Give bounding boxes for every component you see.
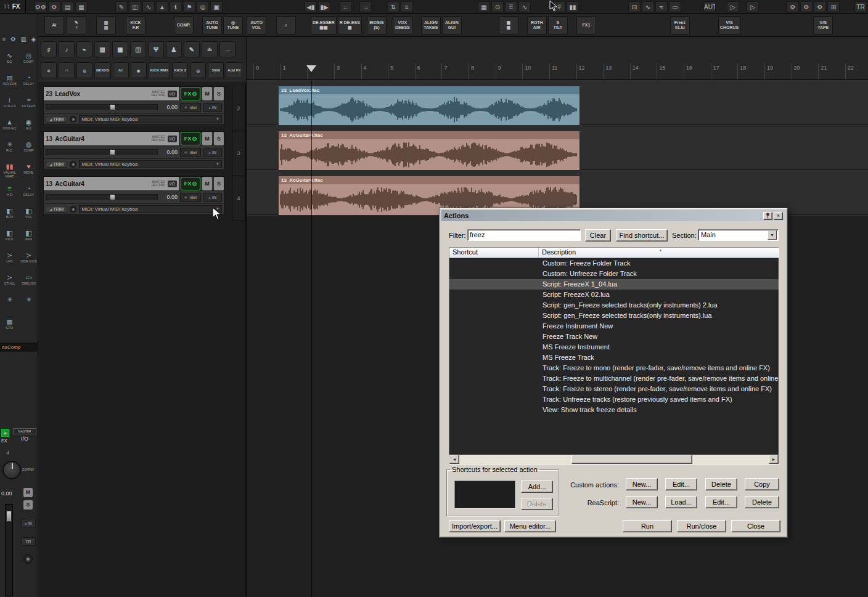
align-gui-button[interactable]: ALIGNGUI xyxy=(442,16,462,35)
AcGuitar4[interactable]: 13 AcGuitar4 MASTERREV SND I/O FX M S xyxy=(43,131,224,170)
plugin-gear-icon-2[interactable]: ⚙ xyxy=(800,1,813,12)
action-row[interactable]: Freeze Track New xyxy=(449,331,779,342)
import-export-button[interactable]: Import/export... xyxy=(449,520,501,532)
midi-input-select[interactable]: MIDI: Virtual MIDI keyboa xyxy=(79,205,222,213)
audio-clip[interactable]: 23_LeadVox.flac xyxy=(279,86,579,125)
mute-button[interactable]: M xyxy=(202,132,212,145)
notes-button[interactable]: ✎≡ xyxy=(67,16,86,35)
redo-icon[interactable]: → xyxy=(359,1,372,12)
vocalist-icon[interactable]: ♟ xyxy=(166,41,182,57)
region-icon[interactable]: ▣ xyxy=(210,1,223,12)
filter-input[interactable]: freez xyxy=(467,229,581,241)
brush-icon[interactable]: ✎ xyxy=(184,41,200,57)
filters-icon[interactable]: ≈ FILTERS xyxy=(19,96,38,111)
pan-icon[interactable]: ◧ PAN xyxy=(19,229,38,244)
volume-thumb[interactable] xyxy=(110,105,115,110)
track-name-bar[interactable]: 23 LeadVox MASTERREV SND I/O xyxy=(44,87,179,100)
io-button[interactable]: I/O xyxy=(168,91,177,97)
envelope-icon[interactable]: ∿ xyxy=(142,1,155,12)
comp-icon[interactable]: ◎ COMP. xyxy=(19,52,38,67)
speaker-icon[interactable]: ◉ xyxy=(131,62,147,78)
go-to-start-icon[interactable]: ◀▮ xyxy=(305,1,317,12)
kick-icon[interactable]: ◧ KICK xyxy=(0,229,19,244)
align-takes-button[interactable]: ALIGNTAKES xyxy=(421,16,441,35)
close-dialog-button[interactable]: Close xyxy=(731,520,780,532)
find-shortcut-button[interactable]: Find shortcut... xyxy=(616,229,668,242)
delay2-icon[interactable]: ◔ DELAY xyxy=(19,185,38,200)
reascript-delete-button[interactable]: Delete xyxy=(745,496,779,508)
input-button[interactable]: IN xyxy=(203,103,222,112)
target-icon[interactable]: ◎ xyxy=(190,62,206,78)
horizontal-scrollbar[interactable]: ◄ ► xyxy=(449,455,779,464)
search-icon[interactable]: ◎ xyxy=(197,1,209,12)
solo-button[interactable]: S xyxy=(214,177,224,190)
io-button[interactable]: I/O xyxy=(168,136,177,142)
item-grid-icon[interactable]: ▦ xyxy=(75,1,88,12)
automation-icon[interactable]: ∿ xyxy=(642,1,654,12)
cthulhu-icon[interactable]: ≻ CTHUL xyxy=(0,274,19,288)
eiosis-button[interactable]: EIOSIS(S) xyxy=(367,16,387,35)
fader-thumb[interactable] xyxy=(6,511,12,522)
io-button[interactable]: I/O xyxy=(168,181,177,187)
grid-icon[interactable]: ⌗ xyxy=(2,36,6,43)
headphones-icon[interactable]: ◎ xyxy=(76,62,92,78)
mute-button[interactable]: M xyxy=(202,87,212,100)
record-arm-button[interactable] xyxy=(70,206,76,213)
custom-new-button[interactable]: New... xyxy=(626,478,658,490)
volume-slider[interactable] xyxy=(46,149,158,155)
kick-fr-button[interactable]: KICKF.R xyxy=(126,16,145,35)
volume-thumb[interactable] xyxy=(110,150,115,155)
envelope-mode-icon[interactable]: ∿ xyxy=(518,1,531,12)
track-name[interactable]: AcGuitar4 xyxy=(55,136,149,142)
eq-icon[interactable]: ∿ EQ xyxy=(0,52,19,67)
master-solo-button[interactable]: S xyxy=(23,500,33,510)
record-arm-button[interactable] xyxy=(70,116,76,123)
master-fader[interactable] xyxy=(5,504,13,596)
vol-icon[interactable]: ◧ VOL xyxy=(19,207,38,222)
action-row[interactable]: Custom: Unfreeze Folder Track xyxy=(449,269,779,279)
ai-track-button[interactable]: AI xyxy=(44,16,64,35)
master-fx-icon[interactable]: ≡ xyxy=(1,429,9,437)
deesser-button[interactable]: DE-ESSER▦▦ xyxy=(311,16,337,35)
metronome-icon[interactable]: ▲ xyxy=(156,1,168,12)
fader-icon[interactable]: ≐ xyxy=(202,41,218,57)
freez-script-button[interactable]: Freez01.lu xyxy=(670,16,690,35)
action-row[interactable]: Track: Freeze to multichannel (render pr… xyxy=(449,373,779,384)
gear-icon[interactable]: ⚙ xyxy=(10,36,16,43)
pencil-edit-icon[interactable]: ✎ xyxy=(115,1,128,12)
master-tr-button[interactable]: TR xyxy=(21,537,36,546)
info-icon[interactable]: ℹ xyxy=(170,1,182,12)
record-mode-icon[interactable]: ⊙ xyxy=(491,1,504,12)
instrument-icon[interactable]: ♯ xyxy=(41,41,57,57)
ave-button[interactable]: A≡ xyxy=(113,62,129,78)
menu-editor-button[interactable]: Menu editor... xyxy=(504,520,556,532)
autovol-button[interactable]: AUTOVOL xyxy=(247,16,266,35)
master-record-arm[interactable] xyxy=(23,554,33,564)
mute-button[interactable]: M xyxy=(202,177,212,190)
autotune-button[interactable]: AUTOTUNE xyxy=(202,16,222,35)
roth-air-button[interactable]: ROTHAIR xyxy=(527,16,547,35)
nexus-button[interactable]: NEXUS xyxy=(94,62,111,78)
wave-icon[interactable]: ◠ xyxy=(59,62,75,78)
matrix-icon[interactable]: ▦ xyxy=(478,1,490,12)
reascript-new-button[interactable]: New... xyxy=(626,496,658,508)
record-arm-button[interactable] xyxy=(70,161,76,168)
close-button[interactable]: × xyxy=(774,212,783,220)
dxg-eq-icon[interactable]: ▲ DXG EQ xyxy=(0,118,19,133)
volume-slider[interactable] xyxy=(46,104,158,110)
lfo-icon[interactable]: ≻ LFO xyxy=(0,251,19,266)
side-kick-icon[interactable]: ≻ SIDE KICK xyxy=(19,251,38,266)
add-shortcut-button[interactable]: Add... xyxy=(521,481,553,493)
valhalla-verb-icon[interactable]: ▮▮ VALHAL VERB xyxy=(0,163,19,177)
tape-button[interactable]: V/STAPE xyxy=(813,16,833,35)
split-item-icon[interactable]: ◫ xyxy=(129,1,141,12)
midi-input-select[interactable]: MIDI: Virtual MIDI keyboa xyxy=(79,160,222,168)
guitar-fx-icon[interactable]: ≀ GTR.FX xyxy=(0,96,19,111)
pan-control[interactable]: nter xyxy=(180,148,201,157)
tr-label[interactable]: TR xyxy=(854,1,867,12)
scroll-right-icon[interactable]: ► xyxy=(769,455,779,464)
chorus-button[interactable]: V/SCHORUS xyxy=(718,16,740,35)
action-row[interactable]: View: Show track freeze details xyxy=(449,405,779,415)
timeline-ruler[interactable]: 012345678910111213141516171819202122 xyxy=(247,63,868,80)
routing-matrix-button[interactable]: ▦▦ xyxy=(499,16,518,35)
